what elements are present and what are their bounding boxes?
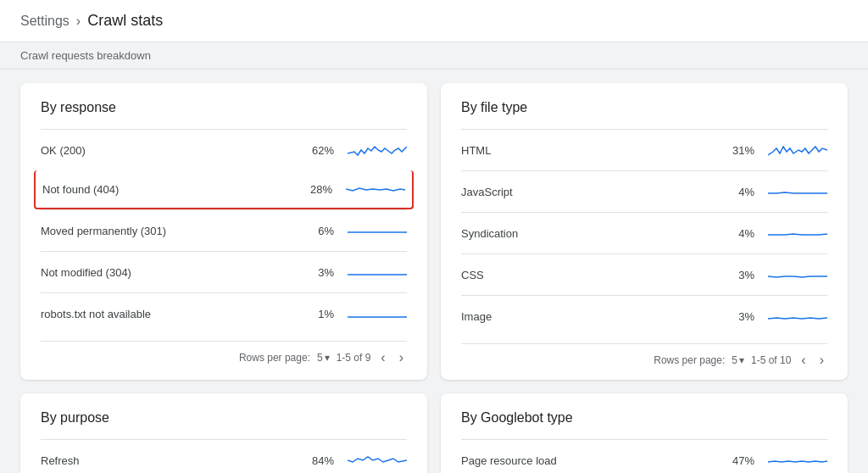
rows-per-page-dropdown[interactable]: 5 ▾ — [732, 354, 744, 366]
sparkline — [768, 448, 827, 472]
row-label: Moved permanently (301) — [41, 225, 293, 237]
sparkline — [346, 177, 405, 201]
sparkline — [348, 219, 407, 242]
table-row: OK (200) 62% — [41, 129, 407, 170]
row-label: CSS — [461, 269, 714, 281]
prev-page-button[interactable]: ‹ — [377, 348, 388, 367]
row-label: Not found (404) — [42, 183, 292, 196]
row-label: robots.txt not available — [41, 308, 293, 320]
table-row: Moved permanently (301) 6% — [41, 209, 407, 251]
settings-link[interactable]: Settings — [20, 14, 70, 29]
by-googlebot-type-title: By Googlebot type — [461, 410, 827, 426]
table-row: Refresh 84% — [41, 439, 407, 473]
sparkline — [768, 180, 827, 203]
by-response-card: By response OK (200) 62% Not found (404)… — [20, 83, 427, 380]
table-row: robots.txt not available 1% — [41, 292, 407, 334]
by-file-type-title: By file type — [461, 100, 827, 115]
row-label: Not modified (304) — [41, 266, 293, 279]
row-label: JavaScript — [461, 186, 714, 198]
row-pct: 62% — [293, 144, 334, 157]
rows-per-page-value: 5 — [732, 354, 737, 366]
by-response-title: By response — [41, 100, 407, 115]
table-row: Syndication 4% — [461, 212, 827, 253]
by-purpose-card: By purpose Refresh 84% Discovery 16% — [20, 393, 427, 473]
top-bar: Settings › Crawl stats — [0, 0, 868, 42]
sparkline — [768, 304, 827, 328]
row-pct: 3% — [293, 266, 334, 279]
section-header: Crawl requests breakdown — [0, 42, 868, 70]
sparkline — [348, 302, 407, 326]
row-label: Refresh — [41, 454, 293, 467]
card-footer: Rows per page: 5 ▾ 1-5 of 10 ‹ › — [461, 343, 827, 370]
table-row: CSS 3% — [461, 253, 827, 295]
by-googlebot-type-card: By Googlebot type Page resource load 47%… — [441, 393, 848, 473]
by-file-type-card: By file type HTML 31% JavaScript 4% Synd… — [441, 83, 848, 380]
table-row: HTML 31% — [461, 129, 827, 170]
sparkline — [768, 263, 827, 287]
card-footer: Rows per page: 5 ▾ 1-5 of 9 ‹ › — [41, 341, 407, 367]
next-page-button[interactable]: › — [816, 351, 827, 370]
sparkline — [348, 138, 407, 162]
row-pct: 47% — [714, 454, 754, 467]
page-range: 1-5 of 9 — [337, 352, 371, 364]
breadcrumb-chevron: › — [76, 14, 81, 29]
rows-per-page-value: 5 — [317, 352, 323, 364]
prev-page-button[interactable]: ‹ — [798, 351, 809, 370]
table-row: Image 3% — [461, 295, 827, 337]
main-content: By response OK (200) 62% Not found (404)… — [0, 70, 868, 473]
sparkline — [768, 221, 827, 245]
table-row-highlighted: Not found (404) 28% — [34, 170, 414, 209]
row-pct: 6% — [293, 225, 334, 237]
row-pct: 3% — [714, 269, 754, 281]
row-pct: 28% — [292, 183, 332, 196]
sparkline — [348, 260, 407, 284]
page-title: Crawl stats — [87, 12, 163, 30]
row-label: HTML — [461, 144, 714, 157]
row-label: Image — [461, 310, 714, 323]
chevron-down-icon: ▾ — [739, 354, 744, 366]
section-header-label: Crawl requests breakdown — [20, 49, 151, 62]
row-pct: 84% — [293, 454, 334, 467]
table-row: Not modified (304) 3% — [41, 251, 407, 292]
table-row: JavaScript 4% — [461, 170, 827, 212]
page-range: 1-5 of 10 — [751, 354, 791, 366]
row-pct: 1% — [293, 308, 334, 320]
sparkline — [348, 448, 407, 472]
row-pct: 3% — [714, 310, 754, 323]
cards-grid: By response OK (200) 62% Not found (404)… — [20, 83, 848, 473]
rows-per-page-dropdown[interactable]: 5 ▾ — [317, 352, 330, 364]
next-page-button[interactable]: › — [396, 348, 407, 367]
row-label: Syndication — [461, 227, 714, 240]
row-pct: 31% — [714, 144, 754, 157]
row-pct: 4% — [714, 186, 754, 198]
row-label: Page resource load — [461, 454, 714, 467]
table-row: Page resource load 47% — [461, 439, 827, 473]
rows-per-page-label: Rows per page: — [654, 354, 725, 366]
rows-per-page-label: Rows per page: — [239, 352, 310, 364]
by-purpose-title: By purpose — [41, 410, 407, 426]
chevron-down-icon: ▾ — [325, 352, 330, 364]
row-label: OK (200) — [41, 144, 293, 157]
sparkline — [768, 138, 827, 162]
row-pct: 4% — [714, 227, 754, 240]
